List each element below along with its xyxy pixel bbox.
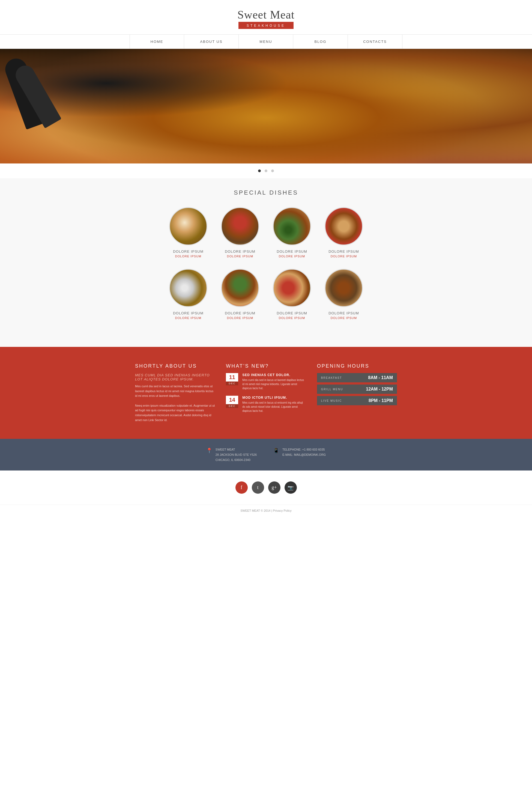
about-text1: Mes cuml dia sed in lacus ut lacinia. Se… xyxy=(135,384,215,398)
dish-name-1-0: DOLORE IPSUM xyxy=(167,311,210,315)
news-text-1: Mes cuml dia sed in lacus ut enisomt ing… xyxy=(242,400,306,413)
dish-name-1-1: DOLORE IPSUM xyxy=(218,311,262,315)
footer-bottom: SWEET MEAT © 2014 | Privacy Policy xyxy=(0,505,532,516)
dish-name-0-2: DOLORE IPSUM xyxy=(270,249,314,254)
googleplus-button[interactable]: g+ xyxy=(268,482,281,494)
hero-section xyxy=(0,49,532,164)
about-col: SHORTLY ABOUT US MES CUML DIA SED INENIA… xyxy=(135,363,215,423)
news-item-0: 11 DEC SED INENIAS CET DOLOR. Mes cuml d… xyxy=(226,373,306,390)
dish-circle-1-1 xyxy=(221,269,259,307)
dishes-row-0: DOLORE IPSUMDOLORE IPSUMDOLORE IPSUMDOLO… xyxy=(5,207,527,258)
opening-hours-col: OPENING HOURS BREAKFAST 8AM - 11AM GRILL… xyxy=(317,363,397,423)
news-date-0: 11 DEC xyxy=(226,373,238,390)
phone-icon: 📱 xyxy=(273,448,279,453)
about-subtitle: MES CUML DIA SED INENIAS INGERTO LOT ALI… xyxy=(135,373,215,381)
nav-item-about[interactable]: ABOUT US xyxy=(184,35,239,49)
footer-contact-info: 📱 TELEPHONE: +1 800 603 6035 E-MAIL: MAI… xyxy=(273,447,326,462)
special-dishes-title: SPECIAL DISHES xyxy=(5,189,527,196)
dish-sub-0-2: DOLORE IPSUM xyxy=(270,255,314,258)
news-date-month-1: DEC xyxy=(226,404,238,408)
footer-copyright: SWEET MEAT © 2014 xyxy=(240,509,270,512)
nav-item-menu[interactable]: MENU xyxy=(239,35,293,49)
footer-separator: | xyxy=(271,509,272,512)
news-content-0: SED INENIAS CET DOLOR. Mes cuml dia sed … xyxy=(242,373,306,390)
footer-address-line1: 28 JACKSON BLVD STE Y526 xyxy=(215,452,257,457)
dish-name-0-0: DOLORE IPSUM xyxy=(167,249,210,254)
dish-sub-1-3: DOLORE IPSUM xyxy=(322,316,365,320)
dish-circle-0-3 xyxy=(325,207,363,245)
main-nav: HOMEABOUT USMENUBLOGCONTACTS xyxy=(0,34,532,49)
dish-sub-0-1: DOLORE IPSUM xyxy=(218,255,262,258)
dish-sub-0-3: DOLORE IPSUM xyxy=(322,255,365,258)
news-date-1: 14 DEC xyxy=(226,396,238,413)
footer-address-name: SWEET MEAT xyxy=(215,447,257,452)
footer-address-line2: CHICAGO, IL 60604-2340 xyxy=(215,457,257,463)
dish-name-1-3: DOLORE IPSUM xyxy=(322,311,365,315)
news-date-month-0: DEC xyxy=(226,381,238,385)
news-date-num-1: 14 xyxy=(226,396,238,404)
location-icon: 📍 xyxy=(206,448,212,453)
privacy-policy-link[interactable]: Privacy Policy xyxy=(273,509,291,512)
hours-item-2: LIVE MUSIC 8PM - 11PM xyxy=(317,396,397,405)
dish-item-0-0[interactable]: DOLORE IPSUMDOLORE IPSUM xyxy=(167,207,210,258)
red-section: SHORTLY ABOUT US MES CUML DIA SED INENIA… xyxy=(0,347,532,439)
dish-item-0-1[interactable]: DOLORE IPSUMDOLORE IPSUM xyxy=(218,207,262,258)
news-title-0: SED INENIAS CET DOLOR. xyxy=(242,373,306,377)
dish-item-1-3[interactable]: DOLORE IPSUMDOLORE IPSUM xyxy=(322,269,365,320)
footer-phone: TELEPHONE: +1 800 603 6035 xyxy=(282,447,326,452)
dish-circle-0-2 xyxy=(273,207,311,245)
about-title: SHORTLY ABOUT US xyxy=(135,363,215,369)
dish-name-0-1: DOLORE IPSUM xyxy=(218,249,262,254)
dish-sub-1-2: DOLORE IPSUM xyxy=(270,316,314,320)
hours-label-0: BREAKFAST xyxy=(321,376,346,379)
news-date-num-0: 11 xyxy=(226,373,238,381)
dish-circle-0-1 xyxy=(221,207,259,245)
dish-circle-1-3 xyxy=(325,269,363,307)
slider-dots xyxy=(0,164,532,178)
facebook-button[interactable]: f xyxy=(235,482,248,494)
about-text2: Neeq enim ipsum visualization vulputate … xyxy=(135,404,215,423)
footer-info: 📍 SWEET MEAT 28 JACKSON BLVD STE Y526 CH… xyxy=(0,439,532,470)
hours-time-1: 12AM - 12PM xyxy=(366,387,393,392)
dish-sub-1-0: DOLORE IPSUM xyxy=(167,316,210,320)
instagram-button[interactable]: 📷 xyxy=(285,482,297,494)
dish-circle-1-0 xyxy=(169,269,207,307)
site-header: Sweet Meat STEAKHOUSE xyxy=(0,0,532,34)
dishes-row-1: DOLORE IPSUMDOLORE IPSUMDOLORE IPSUMDOLO… xyxy=(5,269,527,320)
dish-item-1-1[interactable]: DOLORE IPSUMDOLORE IPSUM xyxy=(218,269,262,320)
nav-item-home[interactable]: HOME xyxy=(130,35,184,49)
dish-name-1-2: DOLORE IPSUM xyxy=(270,311,314,315)
special-dishes-section: SPECIAL DISHES DOLORE IPSUMDOLORE IPSUMD… xyxy=(0,178,532,347)
hours-label-2: LIVE MUSIC xyxy=(321,399,346,402)
whats-new-col: WHAT'S NEW? 11 DEC SED INENIAS CET DOLOR… xyxy=(226,363,306,423)
dish-circle-0-0 xyxy=(169,207,207,245)
site-title: Sweet Meat xyxy=(0,8,532,21)
dish-name-0-3: DOLORE IPSUM xyxy=(322,249,365,254)
hours-time-2: 8PM - 11PM xyxy=(368,398,393,403)
site-subtitle: STEAKHOUSE xyxy=(247,24,285,27)
nav-item-blog[interactable]: BLOG xyxy=(293,35,347,49)
news-content-1: MOD ICTOR UTLI IPSUM. Mes cuml dia sed i… xyxy=(242,396,306,413)
dish-item-0-3[interactable]: DOLORE IPSUMDOLORE IPSUM xyxy=(322,207,365,258)
slider-dot-2[interactable] xyxy=(265,169,267,172)
dish-sub-0-0: DOLORE IPSUM xyxy=(167,255,210,258)
footer-email: E-MAIL: MAIL@DEMOINK.ORG xyxy=(282,452,326,457)
hours-item-1: GRILL MENU 12AM - 12PM xyxy=(317,385,397,394)
news-text-0: Mes cuml dia sed in lacus ut laoreet dap… xyxy=(242,378,306,390)
footer-address: 📍 SWEET MEAT 28 JACKSON BLVD STE Y526 CH… xyxy=(206,447,257,462)
whats-new-title: WHAT'S NEW? xyxy=(226,363,306,369)
hours-label-1: GRILL MENU xyxy=(321,388,346,391)
slider-dot-3[interactable] xyxy=(271,169,274,172)
hours-time-0: 8AM - 11AM xyxy=(368,375,393,380)
hours-item-0: BREAKFAST 8AM - 11AM xyxy=(317,373,397,382)
dish-sub-1-1: DOLORE IPSUM xyxy=(218,316,262,320)
twitter-button[interactable]: t xyxy=(252,482,264,494)
nav-item-contacts[interactable]: CONTACTS xyxy=(348,35,402,49)
dish-item-0-2[interactable]: DOLORE IPSUMDOLORE IPSUM xyxy=(270,207,314,258)
dish-item-1-0[interactable]: DOLORE IPSUMDOLORE IPSUM xyxy=(167,269,210,320)
news-item-1: 14 DEC MOD ICTOR UTLI IPSUM. Mes cuml di… xyxy=(226,396,306,413)
dish-item-1-2[interactable]: DOLORE IPSUMDOLORE IPSUM xyxy=(270,269,314,320)
news-title-1: MOD ICTOR UTLI IPSUM. xyxy=(242,396,306,399)
slider-dot-1[interactable] xyxy=(258,169,261,172)
dish-circle-1-2 xyxy=(273,269,311,307)
